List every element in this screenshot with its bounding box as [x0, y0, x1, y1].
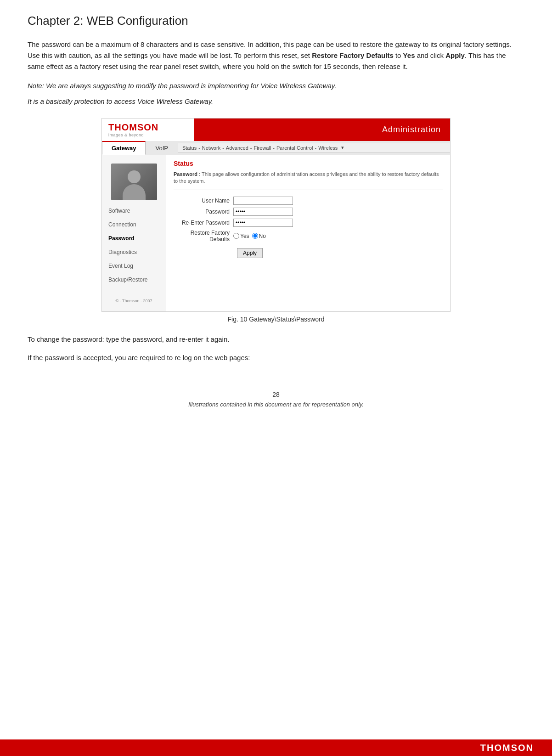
- password-input[interactable]: [233, 208, 293, 216]
- note1: Note: We are always suggesting to modify…: [28, 80, 524, 91]
- router-nav-tabs: Gateway VoIP Status - Network - Advanced…: [102, 141, 450, 155]
- tab-voip[interactable]: VoIP: [146, 141, 177, 155]
- reenter-row: Re-Enter Password: [174, 219, 443, 227]
- sidebar-item-connection[interactable]: Connection: [102, 218, 166, 231]
- footer-thomson-logo: THOMSON: [480, 743, 534, 753]
- description-strong: Password: [174, 171, 197, 177]
- sidebar-item-password[interactable]: Password: [102, 231, 166, 245]
- router-description: Password : This page allows configuratio…: [174, 171, 443, 190]
- reenter-input[interactable]: [233, 219, 293, 227]
- page-content: Chapter 2: WEB Configuration The passwor…: [0, 0, 552, 417]
- figure-caption: Fig. 10 Gateway\Status\Password: [228, 316, 325, 323]
- yes-label: Yes: [240, 233, 249, 239]
- page-title: Chapter 2: WEB Configuration: [28, 14, 524, 28]
- no-radio-label[interactable]: No: [252, 233, 266, 239]
- yes-radio-label[interactable]: Yes: [233, 233, 249, 239]
- no-label: No: [259, 233, 266, 239]
- submenu-advanced[interactable]: Advanced: [226, 145, 248, 151]
- reenter-label: Re-Enter Password: [174, 220, 233, 226]
- sidebar-item-software[interactable]: Software: [102, 204, 166, 218]
- router-sidebar: Software Connection Password Diagnostics…: [102, 155, 166, 311]
- router-section-title: Status: [174, 160, 443, 167]
- username-input[interactable]: [233, 197, 293, 205]
- thomson-logo: THOMSON: [108, 122, 158, 133]
- restore-label: Restore Factory Defaults: [174, 230, 233, 243]
- disclaimer: Illustrations contained in this document…: [28, 401, 524, 408]
- router-logo-area: THOMSON images & beyond: [102, 118, 194, 141]
- apply-button[interactable]: Apply: [237, 248, 263, 258]
- note2: It is a basically protection to access V…: [28, 96, 524, 107]
- router-submenu: Status - Network - Advanced - Firewall -…: [178, 143, 450, 152]
- router-header: THOMSON images & beyond Administration: [102, 118, 450, 141]
- submenu-status[interactable]: Status: [182, 145, 197, 151]
- router-copyright: © - Thomson - 2007: [102, 296, 166, 306]
- footer-bar: THOMSON: [0, 739, 552, 756]
- submenu-firewall[interactable]: Firewall: [253, 145, 271, 151]
- restore-row: Restore Factory Defaults Yes No: [174, 230, 443, 243]
- no-radio[interactable]: [252, 233, 258, 239]
- description-text: : This page allows configuration of admi…: [174, 171, 439, 184]
- router-body: Software Connection Password Diagnostics…: [102, 155, 450, 311]
- after-text2: If the password is accepted, you are req…: [28, 352, 524, 363]
- sidebar-item-diagnostics[interactable]: Diagnostics: [102, 245, 166, 259]
- password-row: Password: [174, 208, 443, 216]
- sidebar-item-eventlog[interactable]: Event Log: [102, 259, 166, 273]
- thomson-tagline: images & beyond: [108, 133, 144, 137]
- username-label: User Name: [174, 197, 233, 204]
- person-image: [111, 164, 157, 200]
- submenu-wireless[interactable]: Wireless: [318, 145, 338, 151]
- sidebar-item-backup[interactable]: Backup/Restore: [102, 273, 166, 287]
- yes-radio[interactable]: [233, 233, 239, 239]
- submenu-parental[interactable]: Parental Control: [276, 145, 313, 151]
- submenu-network[interactable]: Network: [202, 145, 220, 151]
- after-text1: To change the password: type the passwor…: [28, 334, 524, 345]
- router-header-title: Administration: [382, 125, 450, 135]
- username-row: User Name: [174, 197, 443, 205]
- router-ui: THOMSON images & beyond Administration G…: [101, 118, 451, 312]
- radio-group: Yes No: [233, 233, 266, 239]
- page-number: 28: [28, 391, 524, 398]
- body-paragraph: The password can be a maximum of 8 chara…: [28, 39, 524, 72]
- tab-gateway[interactable]: Gateway: [102, 141, 146, 155]
- password-label: Password: [174, 209, 233, 215]
- router-main: Status Password : This page allows confi…: [166, 155, 450, 311]
- figure-container: THOMSON images & beyond Administration G…: [28, 118, 524, 323]
